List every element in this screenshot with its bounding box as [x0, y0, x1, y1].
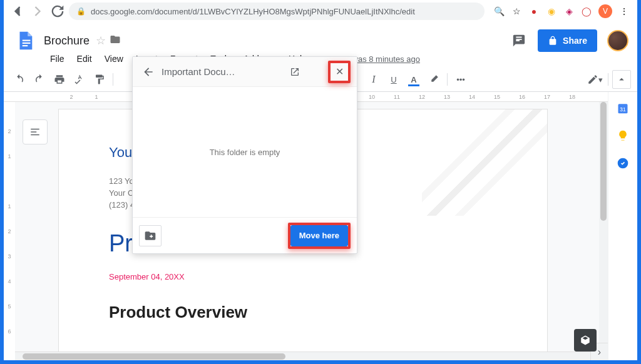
more-toolbar-button[interactable]: •••: [451, 70, 470, 89]
highlighted-close-annotation: ✕: [328, 61, 351, 83]
highlighted-move-annotation: Move here: [288, 223, 351, 249]
share-button-label: Share: [563, 36, 587, 46]
move-back-button[interactable]: [139, 63, 158, 81]
collapse-toolbar-button[interactable]: [612, 70, 631, 89]
decorative-corner: [422, 109, 547, 216]
menu-view[interactable]: View: [100, 53, 128, 65]
browser-action-icons: 🔍 ☆ ● ◉ ◈ ◯ V ⋮: [487, 4, 632, 18]
move-close-button[interactable]: ✕: [331, 63, 348, 81]
vertical-scrollbar[interactable]: [599, 102, 608, 343]
highlight-color-button[interactable]: [424, 70, 443, 89]
svg-rect-1: [23, 43, 31, 44]
move-here-button[interactable]: Move here: [290, 225, 348, 246]
browser-omnibar: 🔒 docs.google.com/document/d/1LWBvCYlYZL…: [4, 0, 637, 23]
paint-format-button[interactable]: [90, 70, 109, 89]
move-popover-body: This folder is empty: [133, 87, 357, 217]
horizontal-scrollbar[interactable]: [15, 351, 590, 360]
document-title[interactable]: Brochure: [44, 34, 90, 48]
move-to-folder-icon[interactable]: [110, 34, 121, 48]
toolbar-separator: [608, 73, 608, 86]
move-popover-header: Important Docu… ✕: [133, 57, 357, 87]
menu-file[interactable]: File: [45, 53, 69, 65]
svg-text:31: 31: [620, 106, 626, 113]
spellcheck-button[interactable]: [70, 70, 89, 89]
italic-button[interactable]: I: [364, 70, 383, 89]
vertical-ruler[interactable]: 21 1 23 45 6: [4, 102, 15, 360]
lock-icon: 🔒: [76, 7, 86, 16]
browser-menu-icon[interactable]: ⋮: [618, 6, 630, 17]
undo-button[interactable]: [10, 70, 29, 89]
print-button[interactable]: [50, 70, 69, 89]
toolbar-separator: [113, 73, 113, 86]
move-popover-folder-name: Important Docu…: [162, 66, 283, 77]
browser-back-button[interactable]: [9, 3, 26, 20]
open-folder-new-tab-icon[interactable]: [287, 64, 303, 80]
tasks-icon[interactable]: [617, 157, 629, 169]
star-icon[interactable]: ☆: [96, 34, 106, 48]
browser-address-bar[interactable]: 🔒 docs.google.com/document/d/1LWBvCYlYZL…: [69, 3, 485, 20]
open-comments-button[interactable]: [508, 29, 530, 52]
extension-icon-1[interactable]: ●: [528, 6, 540, 17]
toolbar-separator: [447, 73, 448, 86]
calendar-icon[interactable]: 31: [617, 102, 629, 114]
redo-button[interactable]: [30, 70, 49, 89]
text-color-button[interactable]: A: [404, 70, 423, 89]
browser-reload-button[interactable]: [49, 3, 66, 20]
extension-icon-3[interactable]: ◈: [563, 6, 575, 17]
move-popover-footer: Move here: [133, 217, 357, 253]
keep-icon[interactable]: [617, 129, 629, 142]
share-button[interactable]: Share: [538, 29, 597, 52]
section-heading: Product Overview: [109, 303, 497, 322]
menu-edit[interactable]: Edit: [72, 53, 97, 65]
browser-forward-button[interactable]: [29, 3, 46, 20]
extension-icon-2[interactable]: ◉: [546, 6, 557, 17]
editing-mode-button[interactable]: ▾: [585, 70, 604, 89]
svg-rect-2: [23, 45, 28, 46]
browser-profile-avatar[interactable]: V: [598, 4, 612, 18]
svg-rect-3: [429, 83, 438, 84]
extension-icon-4[interactable]: ◯: [581, 6, 592, 17]
folder-empty-label: This folder is empty: [210, 148, 280, 157]
zoom-icon[interactable]: 🔍: [493, 6, 505, 17]
underline-button[interactable]: U: [384, 70, 403, 89]
account-avatar[interactable]: [607, 30, 628, 51]
new-folder-button[interactable]: [139, 225, 162, 246]
move-to-popover: Important Docu… ✕ This folder is empty M…: [132, 56, 357, 254]
bookmark-star-icon[interactable]: ☆: [511, 6, 522, 17]
side-panel: 31: [608, 92, 637, 360]
google-docs-logo-icon[interactable]: [13, 28, 38, 53]
docs-title-bar: Brochure ☆ Share: [4, 23, 637, 50]
browser-url-text: docs.google.com/document/d/1LWBvCYlYZLHy…: [91, 7, 415, 16]
document-date: September 04, 20XX: [109, 272, 497, 281]
svg-rect-0: [23, 40, 31, 41]
document-outline-button[interactable]: [23, 119, 48, 144]
explore-button[interactable]: [574, 329, 597, 351]
